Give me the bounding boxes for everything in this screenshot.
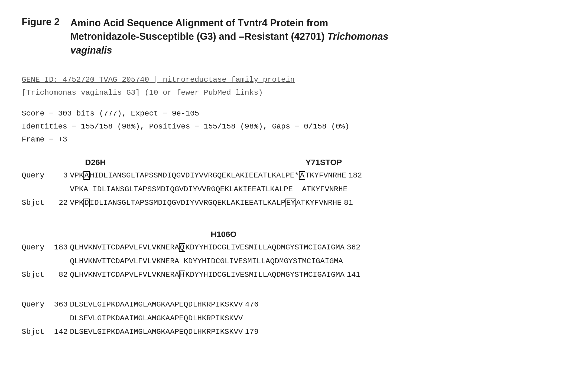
sbjct-seq-2: QLHVKNVITCDAPVLFVLVKNERAHKDYYHIDCGLIVESM… — [70, 268, 345, 282]
alignment-container: GENE ID: 4752720 TVAG 205740 | nitroredu… — [22, 73, 553, 339]
boxed-a2: A — [299, 171, 305, 180]
gene-info-line1: GENE ID: 4752720 TVAG 205740 | nitroredu… — [22, 73, 553, 86]
sbjct-row-2: Sbjct 82 QLHVKNVITCDAPVLFVLVKNERAHKDYYHI… — [22, 268, 553, 282]
figure-header: Figure 2 Amino Acid Sequence Alignment o… — [22, 16, 553, 57]
h106o-label: H106O — [211, 227, 236, 241]
middle-row-1: VPKA IDLIANSGLTAPSSMDIQGVDIYVVRGQEKLAKIE… — [22, 183, 553, 196]
query-end-1: 182 — [348, 169, 362, 182]
middle-seq-2: QLHVKNVITCDAPVLFVLVKNERA KDYYHIDCGLIVESM… — [70, 255, 343, 268]
title-line4: vaginalis — [70, 44, 388, 57]
sbjct-start-2: 82 — [46, 268, 68, 282]
sbjct-row-1: Sbjct 22 VPKDIDLIANSGLTAPSSMDIQGVDIYVVRG… — [22, 196, 553, 210]
sbjct-end-3: 179 — [245, 325, 259, 339]
query-end-2: 362 — [347, 241, 360, 254]
score-info: Score = 303 bits (777), Expect = 9e-105 … — [22, 107, 553, 146]
title-line2: Metronidazole-Susceptible (G3) and –Resi… — [70, 30, 388, 43]
boxed-ey: EY — [285, 199, 296, 207]
annotation-row-2: H106O — [70, 226, 553, 241]
query-row-2: Query 183 QLHVKNVITCDAPVLFVLVKNERAQKDYYH… — [22, 241, 553, 254]
sbjct-label-3: Sbjct — [22, 325, 46, 339]
query-label-2: Query — [22, 241, 46, 254]
query-row-3: Query 363 DLSEVLGIPKDAAIMGLAMGKAAPEQDLHK… — [22, 298, 553, 311]
y71stop-label: Y71STOP — [306, 155, 342, 169]
sbjct-end-1: 81 — [344, 196, 353, 210]
query-start-3: 363 — [46, 298, 68, 311]
sbjct-start-3: 142 — [46, 325, 68, 339]
score-line1: Score = 303 bits (777), Expect = 9e-105 — [22, 107, 553, 120]
gene-info: GENE ID: 4752720 TVAG 205740 | nitroredu… — [22, 73, 553, 99]
query-start-2: 183 — [46, 241, 68, 254]
alignment-block-2: H106O Query 183 QLHVKNVITCDAPVLFVLVKNERA… — [22, 226, 553, 282]
query-end-3: 476 — [245, 298, 259, 311]
sbjct-start-1: 22 — [46, 196, 68, 210]
sbjct-label-2: Sbjct — [22, 268, 46, 282]
query-start-1: 3 — [46, 169, 68, 182]
alignment-block-3: Query 363 DLSEVLGIPKDAAIMGLAMGKAAPEQDLHK… — [22, 298, 553, 339]
boxed-d: D — [83, 199, 90, 207]
middle-seq-1: VPKA IDLIANSGLTAPSSMDIQGVDIYVVRGQEKLAKIE… — [70, 183, 347, 196]
gene-id-link[interactable]: GENE ID: 4752720 TVAG 205740 | nitroredu… — [22, 75, 295, 84]
query-seq-1: VPKAHIDLIANSGLTAPSSMDIQGVDIYVVRGQEKLAKIE… — [70, 169, 346, 182]
sbjct-seq-3: DLSEVLGIPKDAAIMGLAMGKAAPEQDLHKRPIKSKVV — [70, 325, 243, 339]
score-line2: Identities = 155/158 (98%), Positives = … — [22, 120, 553, 133]
query-seq-2: QLHVKNVITCDAPVLFVLVKNERAQKDYYHIDCGLIVESM… — [70, 241, 345, 254]
annotation-row-1: D26H Y71STOP — [70, 154, 553, 169]
alignment-block-1: D26H Y71STOP Query 3 VPKAHIDLIANSGLTAPSS… — [22, 154, 553, 210]
title-line1: Amino Acid Sequence Alignment of Tvntr4 … — [70, 16, 388, 30]
sbjct-row-3: Sbjct 142 DLSEVLGIPKDAAIMGLAMGKAAPEQDLHK… — [22, 325, 553, 339]
query-label-3: Query — [22, 298, 46, 311]
sbjct-seq-1: VPKDIDLIANSGLTAPSSMDIQGVDIYVVRGQEKLAKIEE… — [70, 196, 342, 210]
boxed-a: A — [83, 171, 90, 180]
figure-label: Figure 2 — [22, 16, 60, 57]
sbjct-label-1: Sbjct — [22, 196, 46, 210]
score-line3: Frame = +3 — [22, 133, 553, 146]
middle-row-3: DLSEVLGIPKDAAIMGLAMGKAAPEQDLHKRPIKSKVV — [22, 312, 553, 325]
query-label-1: Query — [22, 169, 46, 182]
boxed-q: Q — [179, 243, 185, 252]
gene-info-line2: [Trichomonas vaginalis G3] (10 or fewer … — [22, 86, 553, 99]
query-seq-3: DLSEVLGIPKDAAIMGLAMGKAAPEQDLHKRPIKSKVV — [70, 298, 243, 311]
sbjct-end-2: 141 — [347, 268, 360, 282]
middle-row-2: QLHVKNVITCDAPVLFVLVKNERA KDYYHIDCGLIVESM… — [22, 255, 553, 268]
middle-seq-3: DLSEVLGIPKDAAIMGLAMGKAAPEQDLHKRPIKSKVV — [70, 312, 243, 325]
d26h-label: D26H — [85, 155, 106, 169]
figure-title: Amino Acid Sequence Alignment of Tvntr4 … — [70, 16, 388, 57]
boxed-h: H — [179, 271, 185, 279]
query-row-1: Query 3 VPKAHIDLIANSGLTAPSSMDIQGVDIYVVRG… — [22, 169, 553, 182]
